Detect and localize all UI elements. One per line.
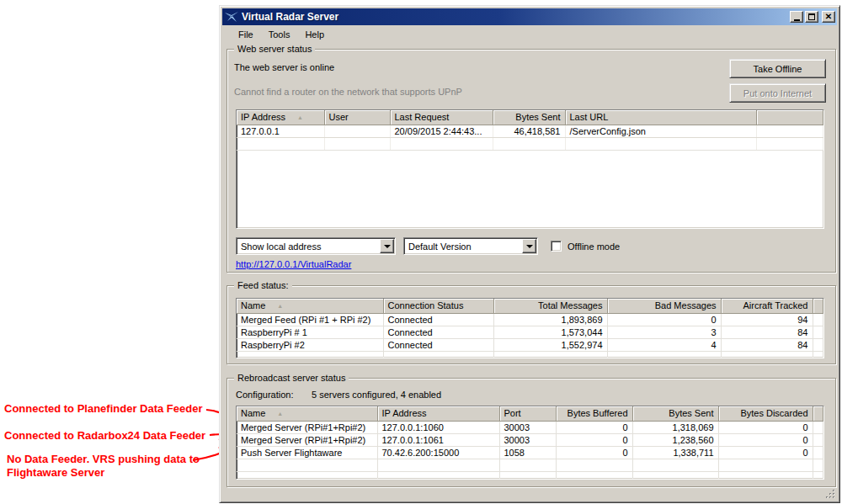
column-header[interactable]: Bytes Discarded <box>718 406 813 421</box>
empty-cell <box>377 471 499 480</box>
window-title: Virtual Radar Server <box>242 11 338 23</box>
column-header[interactable]: Port <box>499 406 556 421</box>
local-address-select[interactable]: Show local address <box>236 237 396 255</box>
take-offline-button[interactable]: Take Offline <box>729 59 826 78</box>
titlebar[interactable]: Virtual Radar Server ✕ <box>222 8 837 25</box>
menu-help[interactable]: Help <box>297 27 332 42</box>
feed-status-table: Name▲Connection StatusTotal MessagesBad … <box>237 299 823 358</box>
column-header[interactable]: Last Request <box>390 110 493 125</box>
menubar: File Tools Help <box>222 25 837 44</box>
table-row[interactable]: 127.0.0.120/09/2015 2:44:43...46,418,581… <box>237 125 823 137</box>
sort-ascending-icon: ▲ <box>297 114 303 120</box>
empty-row <box>237 471 823 480</box>
web-server-status-text: The web server is online <box>234 62 334 72</box>
empty-cell <box>493 137 565 150</box>
table-cell: RaspberryPi # 1 <box>237 326 383 338</box>
rebroadcast-listview[interactable]: Name▲IP AddressPortBytes BufferedBytes S… <box>236 406 824 480</box>
table-cell <box>813 421 823 433</box>
column-header[interactable]: Connection Status <box>383 299 493 313</box>
menu-file[interactable]: File <box>231 27 261 42</box>
web-requests-listview[interactable]: IP Address▲UserLast RequestBytes SentLas… <box>236 109 824 229</box>
column-header[interactable]: IP Address▲ <box>237 110 324 125</box>
column-header[interactable]: IP Address <box>377 406 499 421</box>
column-header[interactable]: User <box>324 110 390 125</box>
column-header[interactable]: Name▲ <box>237 406 377 421</box>
table-cell: 0 <box>718 421 813 433</box>
table-cell: 46,418,581 <box>493 125 565 137</box>
table-cell <box>813 326 823 338</box>
upnp-status-text: Cannot find a router on the network that… <box>234 87 462 97</box>
feed-status-group-label: Feed status: <box>234 280 292 290</box>
version-select[interactable]: Default Version <box>403 237 538 255</box>
offline-mode-label: Offline mode <box>568 241 620 252</box>
put-onto-internet-button[interactable]: Put onto Internet <box>729 83 826 103</box>
empty-cell <box>493 351 607 358</box>
web-server-status-group: Web server status The web server is onli… <box>226 49 836 273</box>
column-header[interactable]: Bytes Sent <box>493 110 565 125</box>
column-header[interactable]: Bad Messages <box>607 299 721 313</box>
table-row[interactable]: RaspberryPi #2Connected1,552,974484 <box>237 338 823 351</box>
empty-cell <box>632 471 718 480</box>
table-row[interactable]: Merged Feed (RPi #1 + RPi #2)Connected1,… <box>237 313 823 326</box>
empty-row <box>237 351 823 358</box>
table-row[interactable]: RaspberryPi # 1Connected1,573,044384 <box>237 326 823 338</box>
table-row[interactable]: Merged Server (RPi#1+Rpi#2)127.0.0.1:106… <box>237 433 823 446</box>
empty-cell <box>607 351 721 358</box>
table-row[interactable]: Push Server Flightaware70.42.6.200:15000… <box>237 446 823 459</box>
empty-cell <box>556 459 632 471</box>
table-cell: 0 <box>556 446 632 459</box>
table-cell: 0 <box>718 446 813 459</box>
chevron-down-icon <box>384 245 391 248</box>
table-cell: 1,318,069 <box>632 421 718 433</box>
empty-cell <box>718 459 813 471</box>
offline-mode-checkbox[interactable] <box>551 241 562 252</box>
close-button[interactable]: ✕ <box>822 11 835 23</box>
resize-grip-icon[interactable] <box>825 489 836 500</box>
local-address-link[interactable]: http://127.0.0.1/VirtualRadar <box>236 259 351 269</box>
empty-cell <box>383 351 493 358</box>
maximize-button[interactable] <box>805 11 818 23</box>
table-cell: 0 <box>718 433 813 446</box>
table-cell: 20/09/2015 2:44:43... <box>390 125 493 137</box>
feed-status-listview[interactable]: Name▲Connection StatusTotal MessagesBad … <box>236 298 824 358</box>
table-cell: 1,338,711 <box>632 446 718 459</box>
annotation-radarbox24: Connected to Radarbox24 Data Feeder <box>4 429 205 443</box>
table-cell: 127.0.0.1:1060 <box>377 421 499 433</box>
screenshot-root: Connected to Planefinder Data Feeder Con… <box>0 0 842 504</box>
menu-tools[interactable]: Tools <box>261 27 298 42</box>
column-header[interactable] <box>756 110 823 125</box>
empty-cell <box>813 459 823 471</box>
configuration-label: Configuration: <box>236 390 294 400</box>
dropdown-arrow-button[interactable] <box>380 239 394 253</box>
minimize-button[interactable] <box>790 11 803 23</box>
column-header[interactable] <box>813 299 823 313</box>
empty-cell <box>565 137 756 150</box>
empty-cell <box>237 351 383 358</box>
table-cell: Connected <box>383 338 493 351</box>
header-row: IP Address▲UserLast RequestBytes SentLas… <box>237 110 823 125</box>
table-cell: 3 <box>607 326 721 338</box>
table-cell: 4 <box>607 338 721 351</box>
rebroadcast-status-group-label: Rebroadcast server status <box>234 373 349 383</box>
dropdown-arrow-button[interactable] <box>522 239 536 253</box>
web-requests-table: IP Address▲UserLast RequestBytes SentLas… <box>237 110 823 151</box>
table-row[interactable]: Merged Server (RPi#1+Rpi#2)127.0.0.1:106… <box>237 421 823 433</box>
column-header[interactable]: Aircraft Tracked <box>721 299 813 313</box>
empty-cell <box>377 459 499 471</box>
app-window: Virtual Radar Server ✕ File Tools Help W… <box>219 5 840 503</box>
column-header[interactable]: Name▲ <box>237 299 383 313</box>
annotation-flightaware: No Data Feeder. VRS pushing data to Flig… <box>7 453 210 480</box>
column-header[interactable]: Total Messages <box>493 299 607 313</box>
empty-cell <box>813 471 823 480</box>
table-cell: 30003 <box>499 421 556 433</box>
column-header[interactable]: Bytes Sent <box>632 406 718 421</box>
table-cell: 1,893,869 <box>493 313 607 326</box>
empty-cell <box>718 471 813 480</box>
table-cell: 84 <box>721 338 813 351</box>
table-cell: 84 <box>721 326 813 338</box>
table-cell: 0 <box>556 421 632 433</box>
column-header[interactable] <box>813 406 823 421</box>
header-row: Name▲Connection StatusTotal MessagesBad … <box>237 299 823 313</box>
column-header[interactable]: Last URL <box>565 110 756 125</box>
column-header[interactable]: Bytes Buffered <box>556 406 632 421</box>
